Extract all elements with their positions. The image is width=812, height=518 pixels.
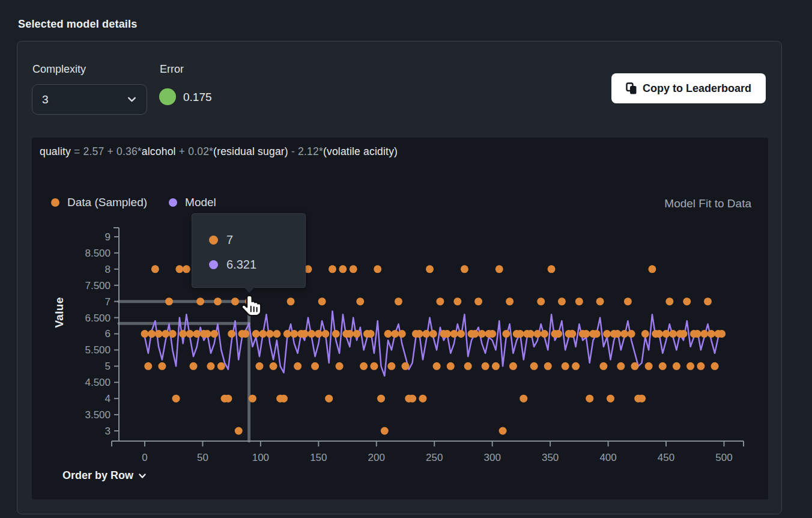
svg-text:8: 8 [105, 264, 111, 275]
svg-text:450: 450 [658, 452, 674, 463]
svg-text:500: 500 [715, 452, 732, 463]
svg-text:150: 150 [310, 452, 327, 463]
copy-to-leaderboard-button[interactable]: Copy to Leaderboard [611, 73, 766, 103]
chart-container: quality = 2.57 + 0.36*alcohol + 0.02*(re… [32, 138, 768, 499]
copy-button-label: Copy to Leaderboard [643, 82, 751, 95]
error-value: 0.175 [183, 91, 212, 104]
tooltip-data-value: 7 [226, 233, 233, 247]
svg-text:4: 4 [105, 393, 111, 404]
model-details-panel: Complexity 3 Error 0.175 Copy to Leaderb… [17, 41, 782, 514]
svg-text:100: 100 [252, 452, 269, 463]
svg-text:350: 350 [542, 452, 559, 463]
svg-text:5: 5 [105, 361, 111, 372]
svg-text:250: 250 [426, 452, 443, 463]
svg-text:4.500: 4.500 [85, 377, 111, 388]
tooltip-model-value: 6.321 [226, 258, 256, 272]
complexity-label: Complexity [32, 63, 86, 76]
svg-text:0: 0 [142, 452, 147, 463]
svg-text:6: 6 [105, 328, 111, 340]
svg-text:9: 9 [105, 231, 111, 243]
svg-text:7.500: 7.500 [85, 280, 111, 291]
svg-text:7: 7 [105, 296, 111, 308]
complexity-select[interactable]: 3 [32, 84, 147, 115]
page-title: Selected model details [18, 18, 137, 31]
copy-icon [626, 82, 637, 95]
model-fit-plot[interactable]: 98.50087.50076.50065.50054.50043.5003050… [32, 138, 768, 499]
complexity-value: 3 [42, 93, 49, 106]
error-status-dot [159, 88, 176, 105]
error-label: Error [160, 63, 184, 76]
svg-text:400: 400 [599, 452, 616, 463]
svg-text:3: 3 [105, 425, 111, 437]
svg-text:200: 200 [368, 452, 385, 463]
order-by-row-label: Order by Row [62, 469, 133, 482]
chevron-down-icon [138, 471, 147, 481]
tooltip-data-dot-icon [209, 236, 218, 245]
svg-text:50: 50 [197, 452, 208, 463]
tooltip-model-dot-icon [209, 260, 218, 269]
svg-text:6.500: 6.500 [85, 312, 111, 324]
svg-text:300: 300 [484, 452, 501, 463]
order-by-row-dropdown[interactable]: Order by Row [62, 469, 147, 482]
svg-text:3.500: 3.500 [85, 409, 111, 421]
svg-text:8.500: 8.500 [85, 248, 111, 259]
svg-text:5.500: 5.500 [85, 344, 111, 356]
hover-tooltip: 7 6.321 [192, 213, 306, 288]
chevron-down-icon [127, 94, 137, 105]
